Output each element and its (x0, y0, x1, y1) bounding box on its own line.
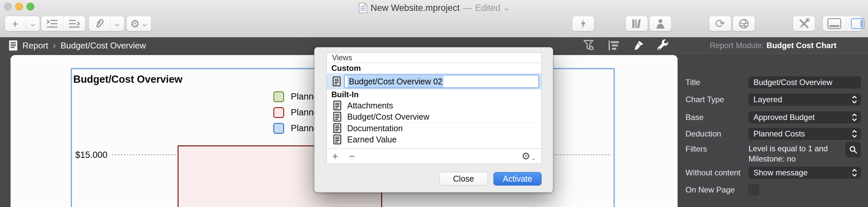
bottom-pane-icon (828, 18, 841, 29)
chart-type-value: Layered (753, 95, 782, 104)
inspector-panel: Title Budget/Cost Overview Chart Type La… (678, 54, 868, 207)
filters-value: Level is equal to 1 and Milestone: no (748, 143, 861, 164)
lightning-icon (580, 19, 587, 29)
select-updown-icon (852, 95, 857, 104)
legend-swatch-red (273, 107, 284, 118)
custom-section-header: Custom (327, 63, 541, 73)
outline-button[interactable] (606, 40, 621, 51)
report-document-icon (8, 40, 18, 51)
plus-icon: + (12, 18, 19, 29)
legend-swatch-blue (273, 123, 284, 134)
view-document-icon (333, 123, 341, 133)
views-list-header: Views (327, 53, 541, 63)
view-item-label: Attachments (347, 101, 393, 110)
base-select[interactable]: Approved Budget (748, 111, 861, 123)
value-gridline-label: $15.000 (75, 150, 107, 160)
view-list-item[interactable]: Budget/Cost Overview (327, 111, 541, 123)
actions-button[interactable] (572, 16, 594, 31)
view-document-icon (333, 76, 341, 87)
view-list-item[interactable]: Earned Value (327, 134, 541, 145)
view-list-item[interactable]: Documentation (327, 123, 541, 134)
inspector-row-without-content: Without content Show message (685, 167, 861, 179)
chart-title: Budget/Cost Overview (73, 73, 183, 85)
crossed-tools-icon (798, 18, 810, 29)
zoom-window-button[interactable] (26, 3, 34, 10)
add-menu-button[interactable]: ⌄ (25, 16, 40, 31)
gear-icon: ⚙ (522, 150, 530, 162)
view-name-selected-text: Budget/Cost Overview 02 (347, 76, 443, 88)
settings-menu-button[interactable]: ⚙ ⌄ (127, 16, 151, 31)
breadcrumb-page[interactable]: Budget/Cost Overview (60, 40, 146, 51)
add-view-button[interactable]: + (327, 151, 344, 162)
field-label: Without content (685, 168, 748, 177)
base-value: Approved Budget (753, 113, 814, 122)
right-pane-toggle[interactable] (846, 16, 868, 31)
filters-search-button[interactable] (845, 142, 861, 157)
resources-button[interactable] (649, 16, 672, 31)
on-new-page-checkbox[interactable] (748, 184, 759, 195)
outdent-icon (68, 20, 80, 28)
built-in-section-header: Built-In (327, 89, 541, 100)
window-title-filename: New Website.mproject (371, 3, 460, 13)
view-document-icon (333, 101, 341, 110)
inspector-row-filters: Filters Level is equal to 1 and Mileston… (685, 143, 861, 164)
chart-type-select[interactable]: Layered (748, 94, 861, 105)
attachment-menu-button[interactable]: ⌄ (110, 16, 124, 31)
globe-icon (739, 19, 749, 29)
gear-icon: ⚙ (130, 18, 140, 30)
inspector-row-base: Base Approved Budget (685, 111, 861, 123)
view-list-item[interactable]: Attachments (327, 100, 541, 111)
paperclip-icon (95, 19, 104, 29)
deduction-select[interactable]: Planned Costs (748, 128, 861, 140)
selected-view-row[interactable]: Budget/Cost Overview 02 (327, 73, 541, 89)
inspector-row-deduction: Deduction Planned Costs (685, 128, 861, 140)
breadcrumb-section[interactable]: Report (23, 40, 48, 51)
pane-toggle-group (823, 16, 862, 31)
magnifier-icon (849, 146, 857, 153)
breadcrumb: Report › Budget/Cost Overview (8, 37, 146, 54)
breadcrumb-chevron-icon: › (53, 40, 56, 51)
field-label: Base (685, 113, 748, 122)
minimize-window-button[interactable] (15, 3, 23, 10)
title-chevron-down-icon[interactable]: ⌄ (503, 4, 510, 12)
without-content-select[interactable]: Show message (748, 167, 861, 179)
filter-button[interactable] (582, 40, 597, 51)
right-pane-icon (851, 18, 865, 29)
filter-funnel-icon (584, 40, 595, 51)
outdent-button[interactable] (63, 16, 85, 31)
close-button[interactable]: Close (439, 172, 488, 185)
view-document-icon (333, 112, 341, 122)
field-label: Filters (685, 143, 748, 153)
settings-wrench-button[interactable] (655, 40, 670, 51)
indent-icon (46, 20, 58, 28)
sync-button[interactable]: ⟳ (709, 16, 732, 31)
remove-view-button[interactable]: − (344, 151, 361, 162)
view-item-label: Documentation (347, 124, 403, 133)
format-brush-icon (633, 40, 645, 51)
select-updown-icon (852, 113, 857, 122)
window-title-separator: — (463, 3, 472, 13)
tools-button[interactable] (793, 16, 815, 31)
add-button[interactable]: + (5, 16, 25, 31)
library-button[interactable] (625, 16, 648, 31)
add-button-group: + ⌄ (5, 16, 40, 31)
view-document-icon (333, 135, 341, 144)
inspector-row-title: Title Budget/Cost Overview (685, 76, 861, 88)
publish-button[interactable] (733, 16, 755, 31)
activate-button[interactable]: Activate (493, 172, 541, 185)
close-window-button[interactable] (4, 3, 12, 10)
indent-button[interactable] (41, 16, 63, 31)
field-label: Title (685, 78, 748, 87)
style-button[interactable] (631, 40, 646, 51)
view-actions-menu-button[interactable]: ⚙ ⌄ (522, 150, 541, 162)
title-input[interactable]: Budget/Cost Overview (748, 76, 861, 88)
view-name-edit-field[interactable]: Budget/Cost Overview 02 (344, 74, 539, 88)
inspector-header-title: Budget Cost Chart (767, 41, 837, 50)
inspector-header-prefix: Report Module: (710, 41, 764, 50)
select-updown-icon (852, 130, 857, 138)
field-label: On New Page (685, 185, 748, 195)
attachment-button[interactable] (89, 16, 110, 31)
views-list: Views Custom Budget/Cost Overview 02 Bui… (327, 53, 541, 164)
bottom-pane-toggle[interactable] (823, 16, 846, 31)
outline-list-icon (608, 40, 619, 51)
